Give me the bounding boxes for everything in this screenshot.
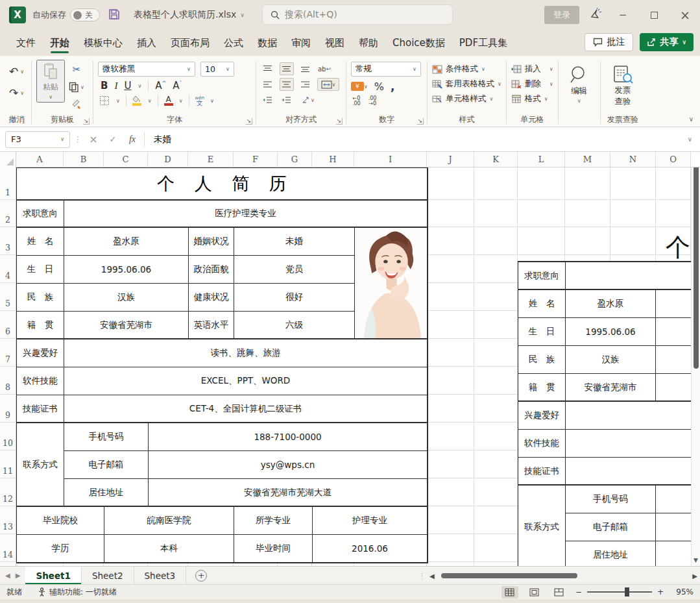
table-cell[interactable]: 安徽省芜湖市芜湖大道	[149, 479, 428, 507]
cut-button[interactable]: ✂	[66, 62, 87, 77]
table-cell[interactable]: 婚姻状况	[189, 228, 234, 256]
expand-formula-bar-icon[interactable]: ∨	[688, 136, 695, 143]
table-cell[interactable]: 技能证书	[17, 395, 64, 423]
table-cell[interactable]: 居住地址	[566, 541, 656, 566]
table-cell[interactable]: 六级	[234, 312, 355, 339]
copy-button[interactable]: ∨	[66, 80, 87, 93]
percent-style-button[interactable]: %	[374, 80, 384, 93]
horizontal-scroll-thumb[interactable]	[441, 573, 577, 578]
autosave-toggle[interactable]: 关	[70, 8, 100, 21]
table-cell[interactable]: 皖南医学院	[104, 507, 234, 535]
scroll-left-icon[interactable]: ◀	[429, 572, 435, 580]
table-cell[interactable]: CET-4、全国计算机二级证书	[64, 395, 428, 423]
insert-function-icon[interactable]: fx	[125, 134, 140, 145]
table-cell[interactable]: 政治面貌	[189, 256, 234, 284]
font-color-button[interactable]: A	[164, 96, 173, 106]
table-cell[interactable]: 求职意向	[17, 201, 64, 228]
col-header-G[interactable]: G	[278, 152, 312, 167]
menu-item-7[interactable]: 审阅	[284, 33, 318, 53]
table-cell[interactable]	[566, 262, 692, 290]
fill-color-button[interactable]	[132, 95, 142, 106]
align-right-button[interactable]	[298, 78, 313, 91]
col-header-D[interactable]: D	[148, 152, 188, 167]
vertical-scrollbar[interactable]: ▲ ▼	[691, 167, 700, 566]
orientation-button[interactable]: ∨	[298, 93, 318, 106]
table-cell[interactable]	[656, 346, 692, 374]
delete-cells-button[interactable]: 删除∨	[511, 79, 553, 90]
page-layout-view-button[interactable]	[526, 586, 543, 598]
col-header-J[interactable]: J	[427, 152, 474, 167]
table-cell[interactable]: 籍 贯	[17, 312, 64, 339]
underline-button[interactable]: U	[124, 80, 131, 92]
col-header-C[interactable]: C	[104, 152, 148, 167]
table-cell[interactable]	[656, 290, 692, 318]
scroll-right-icon[interactable]: ▶	[692, 572, 697, 580]
horizontal-scrollbar[interactable]: ⋮ ◀ ▶	[418, 569, 697, 582]
invoice-verify-button[interactable]: 发票 查验	[605, 60, 640, 106]
table-cell[interactable]: 毕业院校	[17, 507, 104, 535]
sheet-tab-sheet3[interactable]: Sheet3	[134, 567, 187, 584]
menu-item-9[interactable]: 帮助	[352, 33, 385, 53]
table-cell[interactable]	[656, 486, 692, 513]
table-cell[interactable]: 2016.06	[313, 535, 428, 563]
zoom-slider[interactable]	[587, 591, 652, 593]
format-painter-button[interactable]	[66, 97, 87, 110]
col-header-K[interactable]: K	[474, 152, 518, 167]
bold-button[interactable]: B	[101, 80, 108, 92]
menu-item-4[interactable]: 页面布局	[163, 33, 217, 53]
table-cell[interactable]: 技能证书	[518, 458, 566, 486]
table-cell[interactable]: 本科	[104, 535, 234, 563]
horizontal-scroll-track[interactable]	[439, 572, 689, 579]
row-header-14[interactable]: 14	[0, 534, 16, 562]
clipboard-dialog-launcher[interactable]: ↘	[83, 118, 90, 125]
menu-item-11[interactable]: PDF工具集	[452, 33, 514, 53]
table-cell[interactable]: 民 族	[17, 284, 64, 312]
table-cell[interactable]: 软件技能	[518, 430, 566, 458]
number-format-select[interactable]: 常规∨	[351, 62, 421, 77]
scrollbar-splitter[interactable]: ⋮	[418, 572, 426, 580]
col-header-O[interactable]: O	[656, 152, 691, 167]
decrease-indent-button[interactable]	[261, 93, 275, 106]
insert-cells-button[interactable]: 插入∨	[511, 64, 553, 75]
table-cell[interactable]: 英语水平	[189, 312, 234, 339]
row-header-1[interactable]: 1	[0, 167, 16, 200]
row-header-13[interactable]: 13	[0, 506, 16, 534]
col-header-F[interactable]: F	[234, 152, 278, 167]
save-icon[interactable]	[108, 8, 121, 23]
prev-sheet-icon[interactable]: ◀	[0, 572, 16, 579]
resume-title-cell[interactable]: 个 人 简 历	[17, 168, 428, 201]
increase-indent-button[interactable]	[280, 93, 294, 106]
comma-style-button[interactable]: ,	[391, 80, 394, 93]
merge-center-button[interactable]: ∨	[317, 78, 339, 91]
increase-decimal-button[interactable]: ←0.00	[352, 96, 361, 106]
table-cell[interactable]: 所学专业	[234, 507, 313, 535]
menu-item-8[interactable]: 视图	[318, 33, 352, 53]
table-cell[interactable]	[566, 458, 692, 486]
table-cell[interactable]: 汉族	[64, 284, 189, 312]
table-cell[interactable]: 学历	[17, 535, 104, 563]
number-dialog-launcher[interactable]: ↘	[417, 118, 424, 125]
zoom-level[interactable]: 95%	[671, 587, 694, 597]
table-cell[interactable]: 安徽省芜湖市	[566, 374, 656, 402]
table-cell[interactable]	[656, 541, 692, 566]
wrap-text-button[interactable]: ab↩	[317, 62, 332, 75]
undo-button[interactable]: ↶∨	[6, 64, 27, 80]
table-cell[interactable]: 电子邮箱	[64, 451, 149, 479]
align-middle-button[interactable]	[280, 62, 294, 75]
table-cell[interactable]	[566, 402, 692, 430]
table-cell[interactable]: 安徽省芜湖市	[64, 312, 189, 339]
row-header-7[interactable]: 7	[0, 339, 16, 367]
table-cell[interactable]: 电子邮箱	[566, 513, 656, 541]
table-cell[interactable]: 健康状况	[189, 284, 234, 312]
formula-bar-handle[interactable]: ⋮	[74, 135, 82, 144]
vertical-scroll-thumb[interactable]	[694, 167, 699, 369]
row-header-2[interactable]: 2	[0, 200, 16, 227]
next-sheet-icon[interactable]: ▶	[16, 572, 26, 579]
col-header-H[interactable]: H	[312, 152, 354, 167]
table-cell[interactable]: 很好	[234, 284, 355, 312]
col-header-E[interactable]: E	[188, 152, 234, 167]
row-header-8[interactable]: 8	[0, 367, 16, 395]
table-cell[interactable]: 软件技能	[17, 367, 64, 395]
zoom-out-button[interactable]: −	[575, 587, 582, 597]
table-cell[interactable]: 毕业时间	[234, 535, 313, 563]
